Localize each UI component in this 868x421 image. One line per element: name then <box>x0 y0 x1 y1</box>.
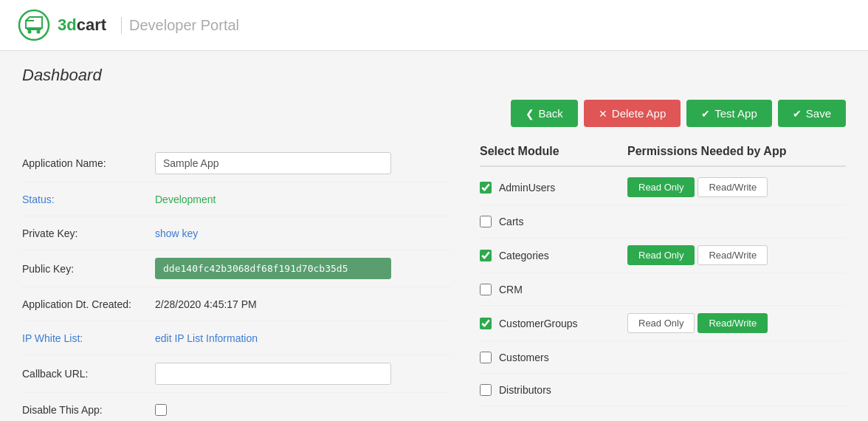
permissions-header: Permissions Needed by App <box>627 145 846 158</box>
module-row: CategoriesRead OnlyRead/Write <box>480 238 846 273</box>
logo-icon <box>18 9 50 41</box>
module-row: Customers <box>480 341 846 374</box>
status-value: Development <box>155 194 450 205</box>
module-perms-adminusers: Read OnlyRead/Write <box>627 177 846 197</box>
module-name-customergroups: CustomerGroups <box>499 318 578 329</box>
status-row: Status: Development <box>22 182 450 216</box>
callback-label: Callback URL: <box>22 368 155 380</box>
module-check-name: Categories <box>480 250 627 261</box>
callback-row: Callback URL: <box>22 355 450 393</box>
dashboard-title: Dashboard <box>22 66 846 85</box>
module-checkbox-customers[interactable] <box>480 352 492 363</box>
created-label: Application Dt. Created: <box>22 298 155 310</box>
disable-label: Disable This App: <box>22 404 155 416</box>
created-row: Application Dt. Created: 2/28/2020 4:45:… <box>22 287 450 321</box>
back-button[interactable]: ❮ Back <box>511 100 578 127</box>
module-checkbox-categories[interactable] <box>480 250 492 261</box>
module-row: Distributors <box>480 374 846 406</box>
module-checkbox-carts[interactable] <box>480 216 492 227</box>
app-name-input[interactable] <box>155 152 391 174</box>
module-check-name: AdminUsers <box>480 182 627 194</box>
disable-checkbox[interactable] <box>155 404 167 416</box>
module-name-categories: Categories <box>499 250 549 261</box>
form-panel: Application Name: Status: Development Pr… <box>22 145 450 421</box>
private-key-label: Private Key: <box>22 227 155 239</box>
module-row: CustomerGroupsRead OnlyRead/Write <box>480 306 846 341</box>
delete-app-button[interactable]: ✕ Delete App <box>584 100 681 127</box>
portal-label: Developer Portal <box>121 17 239 34</box>
module-name-distributors: Distributors <box>499 384 551 396</box>
module-checkbox-distributors[interactable] <box>480 384 492 396</box>
content-area: Application Name: Status: Development Pr… <box>22 145 846 421</box>
readonly-btn-categories[interactable]: Read Only <box>627 245 695 265</box>
test-app-button[interactable]: ✔ Test App <box>686 100 772 127</box>
module-perms-categories: Read OnlyRead/Write <box>627 245 846 265</box>
module-check-name: CustomerGroups <box>480 318 627 329</box>
public-key-row: Public Key: <box>22 250 450 287</box>
readwrite-btn-categories[interactable]: Read/Write <box>698 245 768 265</box>
public-key-input[interactable] <box>155 258 391 279</box>
app-name-label: Application Name: <box>22 157 155 169</box>
main-content: Dashboard ❮ Back ✕ Delete App ✔ Test App… <box>0 51 868 421</box>
app-name-row: Application Name: <box>22 145 450 182</box>
readonly-btn-adminusers[interactable]: Read Only <box>627 177 695 197</box>
ip-whitelist-label: IP White List: <box>22 332 155 344</box>
edit-ip-list-link[interactable]: edit IP List Information <box>155 332 258 344</box>
module-check-name: Carts <box>480 216 627 227</box>
callback-input[interactable] <box>155 363 391 385</box>
test-icon: ✔ <box>701 108 710 120</box>
modules-header: Select Module Permissions Needed by App <box>480 145 846 167</box>
logo-area: 3dcart Developer Portal <box>18 9 239 41</box>
back-icon: ❮ <box>526 108 534 120</box>
module-check-name: CRM <box>480 284 627 295</box>
svg-point-0 <box>19 10 49 40</box>
module-check-name: Customers <box>480 352 627 363</box>
module-row: Carts <box>480 205 846 238</box>
private-key-row: Private Key: show key <box>22 216 450 250</box>
logo-text: 3dcart <box>58 16 106 35</box>
module-checkbox-adminusers[interactable] <box>480 182 492 194</box>
readonly-btn-customergroups[interactable]: Read Only <box>627 313 695 333</box>
show-key-link[interactable]: show key <box>155 227 198 239</box>
module-name-carts: Carts <box>499 216 523 227</box>
public-key-label: Public Key: <box>22 263 155 275</box>
readwrite-btn-customergroups[interactable]: Read/Write <box>698 313 768 333</box>
module-perms-customergroups: Read OnlyRead/Write <box>627 313 846 333</box>
module-name-customers: Customers <box>499 352 549 363</box>
save-icon: ✔ <box>793 108 802 120</box>
readwrite-btn-adminusers[interactable]: Read/Write <box>698 177 768 197</box>
module-row: AdminUsersRead OnlyRead/Write <box>480 170 846 205</box>
module-row: CRM <box>480 273 846 306</box>
module-name-adminusers: AdminUsers <box>499 182 555 194</box>
select-module-header: Select Module <box>480 145 627 158</box>
module-name-crm: CRM <box>499 284 523 295</box>
delete-icon: ✕ <box>599 108 607 120</box>
status-label: Status: <box>22 194 155 205</box>
module-checkbox-customergroups[interactable] <box>480 318 492 329</box>
modules-panel: Select Module Permissions Needed by App … <box>480 145 846 421</box>
module-checkbox-crm[interactable] <box>480 284 492 295</box>
header: 3dcart Developer Portal <box>0 0 868 51</box>
toolbar: ❮ Back ✕ Delete App ✔ Test App ✔ Save <box>22 100 846 127</box>
ip-whitelist-row: IP White List: edit IP List Information <box>22 321 450 355</box>
svg-point-2 <box>28 30 32 34</box>
created-value: 2/28/2020 4:45:17 PM <box>155 298 450 310</box>
module-check-name: Distributors <box>480 384 627 396</box>
disable-row: Disable This App: <box>22 393 450 421</box>
svg-point-3 <box>37 30 41 34</box>
save-button[interactable]: ✔ Save <box>778 100 846 127</box>
modules-list: AdminUsersRead OnlyRead/WriteCartsCatego… <box>480 170 846 406</box>
